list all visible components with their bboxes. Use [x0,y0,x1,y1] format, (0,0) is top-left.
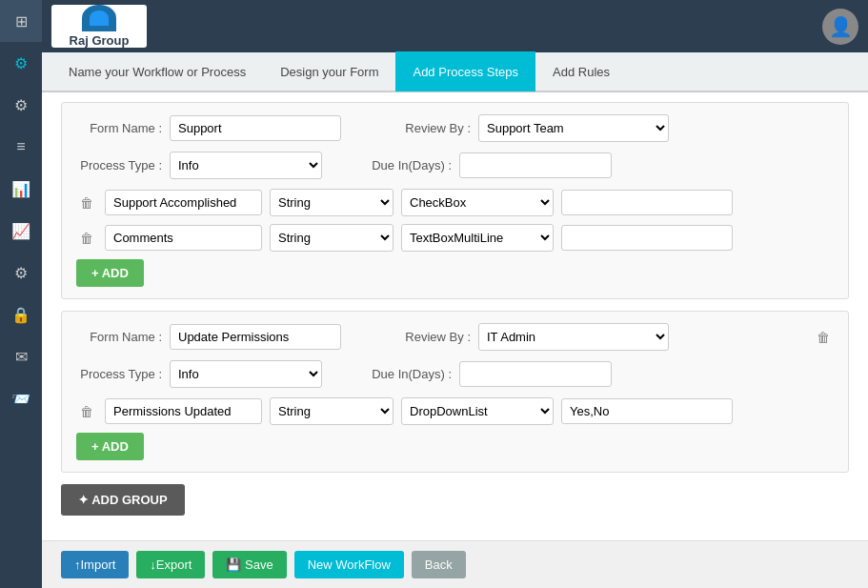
new-workflow-button[interactable]: New WorkFlow [294,551,404,578]
sidebar-item-lock[interactable]: 🔒 [0,294,42,335]
section1-field1-value-input[interactable] [561,190,733,215]
logo: Raj Group [51,5,147,48]
section1-form-name-label: Form Name : [76,121,162,135]
tab-design-form[interactable]: Design your Form [263,51,395,91]
sidebar-item-barchart[interactable]: 📈 [0,210,42,252]
bottom-toolbar: ↑Import ↓Export 💾 Save New WorkFlow Back [42,540,868,588]
logo-text: Raj Group [70,33,130,48]
topbar: Raj Group 👤 [42,0,868,52]
section2-field1-delete-btn[interactable]: 🗑 [76,402,97,421]
section1-field2-control-select[interactable]: TextBoxMultiLine CheckBox TextBox DropDo… [401,224,554,252]
tab-add-rules[interactable]: Add Rules [535,51,627,91]
section1-process-type-select[interactable]: Info Approval Task [170,152,322,179]
export-button[interactable]: ↓Export [136,551,205,578]
section2-add-button[interactable]: + ADD [76,433,144,460]
section1-review-by-select[interactable]: Support Team IT Admin HR Team [478,114,669,142]
section2-due-in-label: Due In(Days) : [366,367,452,381]
section2-review-by-label: Review By : [385,330,471,344]
sidebar-item-settings[interactable]: ⚙ [0,84,42,126]
section2-field1-control-select[interactable]: DropDownList CheckBox TextBox TextBoxMul… [401,397,554,425]
section1-process-type-label: Process Type : [76,158,162,172]
section1-field2-type-select[interactable]: String Integer Boolean [270,224,394,252]
section1-field2-value-input[interactable] [561,225,733,251]
section2-due-in-input[interactable] [459,361,612,387]
section1-due-in-input[interactable] [459,152,612,178]
section2-process-type-select[interactable]: Info Approval Task [170,360,322,388]
sidebar-item-workflow[interactable]: ⚙ [0,42,42,84]
user-avatar[interactable]: 👤 [822,9,858,45]
sidebar-item-cog[interactable]: ⚙ [0,252,42,294]
section1-row1: Form Name : Review By : Support Team IT … [76,114,834,142]
section1-review-by-label: Review By : [385,121,471,135]
section1-field1-name-input[interactable] [105,190,262,215]
form-section-2: Form Name : Review By : IT Admin Support… [61,311,849,473]
section2-form-name-input[interactable] [170,324,341,350]
section1-due-in-label: Due In(Days) : [366,158,452,172]
section2-process-type-label: Process Type : [76,367,162,381]
tabs-bar: Name your Workflow or Process Design you… [42,52,868,92]
import-button[interactable]: ↑Import [61,551,129,578]
section2-field1-value-input[interactable] [561,398,733,424]
sidebar-item-dashboard[interactable]: ⊞ [0,0,42,42]
section1-field2-delete-btn[interactable]: 🗑 [76,229,97,248]
section1-field-row-2: 🗑 String Integer Boolean TextBoxMultiLin… [76,224,834,252]
form-section-1: Form Name : Review By : Support Team IT … [61,102,849,299]
section1-form-name-input[interactable] [170,115,341,141]
section1-add-button[interactable]: + ADD [76,259,144,287]
section2-form-name-label: Form Name : [76,330,162,344]
section2-review-by-select[interactable]: IT Admin Support Team HR Team [478,323,669,351]
back-button[interactable]: Back [412,551,466,578]
tab-name-workflow[interactable]: Name your Workflow or Process [51,51,263,91]
section1-field-row-1: 🗑 String Integer Boolean CheckBox TextBo… [76,189,834,216]
section2-field1-name-input[interactable] [105,398,262,424]
sidebar-item-filter[interactable]: ≡ [0,126,42,168]
sidebar-item-mail2[interactable]: 📨 [0,377,42,419]
section1-field1-delete-btn[interactable]: 🗑 [76,193,97,213]
add-group-button[interactable]: ✦ ADD GROUP [61,484,185,516]
sidebar-item-chart[interactable]: 📊 [0,168,42,210]
section1-row2: Process Type : Info Approval Task Due In… [76,152,834,179]
tab-add-process-steps[interactable]: Add Process Steps [395,51,535,91]
section2-delete-btn[interactable]: 🗑 [813,328,834,347]
section1-field2-name-input[interactable] [105,225,262,251]
section2-field-row-1: 🗑 String Integer Boolean DropDownList Ch… [76,397,834,425]
section2-field1-type-select[interactable]: String Integer Boolean [270,397,394,425]
section1-field1-control-select[interactable]: CheckBox TextBox TextBoxMultiLine DropDo… [401,189,554,216]
section2-row2: Process Type : Info Approval Task Due In… [76,360,834,388]
save-button[interactable]: 💾 Save [212,551,286,578]
section1-field1-type-select[interactable]: String Integer Boolean [270,189,394,216]
main-area: Raj Group 👤 Name your Workflow or Proces… [42,0,868,588]
sidebar-item-mail[interactable]: ✉ [0,335,42,377]
sidebar: ⊞ ⚙ ⚙ ≡ 📊 📈 ⚙ 🔒 ✉ 📨 [0,0,42,588]
section2-row1: Form Name : Review By : IT Admin Support… [76,323,834,351]
content-area: Form Name : Review By : Support Team IT … [42,92,868,540]
